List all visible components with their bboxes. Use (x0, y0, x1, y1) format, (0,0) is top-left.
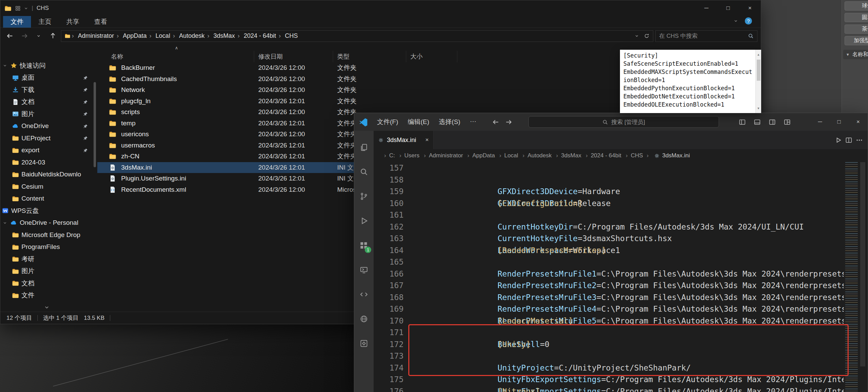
sidebar-item[interactable]: 图片 (0, 108, 97, 120)
sort-ascending-icon[interactable]: ∧ (175, 45, 178, 50)
max-primitive-button[interactable]: 圆环 (845, 13, 868, 22)
live-share-globe-icon[interactable] (354, 307, 374, 331)
up-button[interactable] (47, 30, 59, 42)
forward-button[interactable] (18, 30, 30, 42)
breadcrumb-item[interactable]: CHS (277, 32, 299, 40)
quick-access-toolbar-icon[interactable] (15, 5, 21, 11)
sidebar-item[interactable]: 文档 (0, 277, 97, 289)
breadcrumb-item[interactable]: C: (380, 152, 396, 159)
menu-item[interactable]: 文件(F) (373, 116, 403, 128)
sidebar-item[interactable]: 下载 (0, 84, 97, 96)
expander-chevron-icon[interactable] (2, 221, 8, 225)
nav-forward-icon[interactable] (505, 119, 512, 126)
minimap[interactable] (845, 162, 858, 392)
search-input[interactable]: 在 CHS 中搜索 (655, 30, 757, 42)
recent-locations-chevron-icon[interactable] (32, 30, 45, 42)
explorer-view-icon[interactable] (354, 135, 374, 159)
maximize-button[interactable]: □ (717, 0, 739, 16)
max-primitive-button[interactable]: 球体 (845, 1, 868, 11)
sidebar-scrollbar[interactable] (93, 60, 96, 297)
editor-scrollbar[interactable] (858, 162, 868, 392)
close-button[interactable]: × (739, 0, 761, 16)
toggle-secondary-sidebar-icon[interactable] (765, 116, 779, 128)
max-primitive-button[interactable]: 加强型文本 (845, 36, 868, 45)
code-runner-icon[interactable] (354, 282, 374, 307)
breadcrumb-item[interactable]: AppData (464, 152, 496, 159)
settings-extension-icon[interactable] (354, 331, 374, 356)
explorer-titlebar[interactable]: | CHS ─ □ × (0, 0, 761, 16)
run-file-icon[interactable] (835, 137, 842, 144)
breadcrumb-item[interactable]: Local (495, 152, 519, 159)
sidebar-item[interactable]: UEProject (0, 132, 97, 144)
sidebar-item[interactable]: 快速访问 (0, 60, 97, 72)
preview-scrollbar-thumb[interactable] (757, 60, 760, 81)
sidebar-item[interactable]: Microsoft Edge Drop (0, 229, 97, 241)
minimize-button[interactable]: ─ (810, 113, 830, 131)
breadcrumb-item[interactable]: Users (396, 152, 420, 159)
maximize-button[interactable]: □ (830, 113, 849, 131)
column-header-type[interactable]: 类型 (333, 51, 406, 62)
sidebar-item[interactable]: 图片 (0, 265, 97, 278)
sidebar-item[interactable]: BaiduNetdiskDownlo (0, 169, 97, 181)
ribbon-collapse-chevron-icon[interactable] (734, 19, 738, 23)
column-header-date[interactable]: 修改日期 (254, 51, 333, 62)
column-header-name[interactable]: 名称 (97, 51, 254, 62)
breadcrumb-item[interactable]: Administrator (70, 32, 115, 40)
breadcrumb-item[interactable]: 3dsMax (552, 152, 582, 159)
refresh-icon[interactable] (644, 33, 650, 39)
sidebar-item[interactable]: 文档 (0, 96, 97, 108)
sidebar-item[interactable]: OneDrive - Personal (0, 217, 97, 229)
more-actions-icon[interactable] (856, 137, 863, 144)
breadcrumb-item[interactable]: 3dsMax (206, 32, 236, 40)
sidebar-item[interactable]: 桌面 (0, 72, 97, 84)
expander-chevron-icon[interactable] (2, 63, 8, 68)
sidebar-item[interactable]: 2024-03 (0, 156, 97, 169)
remote-explorer-icon[interactable] (354, 257, 374, 282)
max-rollout-header[interactable]: ▼ 名称和颜色 (843, 50, 868, 59)
scrollbar-down-icon[interactable]: ▼ (757, 104, 759, 112)
menu-item[interactable]: ··· (465, 116, 481, 128)
breadcrumb-item[interactable]: 2024 - 64bit (582, 152, 622, 159)
breadcrumb-item[interactable]: AppData (115, 32, 148, 40)
split-editor-icon[interactable] (845, 137, 852, 144)
sidebar-item[interactable]: Cesium (0, 181, 97, 193)
toggle-panel-icon[interactable] (750, 116, 764, 128)
minimize-button[interactable]: ─ (695, 0, 717, 16)
max-primitive-button[interactable]: 茶壶 (845, 25, 868, 34)
command-center-search[interactable]: 搜索 [管理员] (528, 116, 719, 128)
breadcrumb-file[interactable]: 3dsMax.ini (644, 152, 690, 159)
sidebar-item[interactable]: OneDrive (0, 120, 97, 132)
editor-scrollbar-thumb[interactable] (860, 162, 865, 366)
breadcrumb-item[interactable]: Local (148, 32, 171, 40)
extensions-icon[interactable]: 1 (354, 233, 374, 257)
close-button[interactable]: × (849, 113, 868, 131)
tab-close-icon[interactable]: × (425, 137, 429, 143)
scrollbar-up-icon[interactable]: ▲ (757, 50, 759, 59)
code-editor[interactable]: 157 GFXDirect3DDevice=Hardware 158 (374, 162, 868, 392)
ribbon-tab[interactable]: 文件 (3, 16, 31, 28)
sidebar-overflow-chevron-icon[interactable] (44, 304, 50, 310)
sidebar-item[interactable]: Content (0, 193, 97, 205)
ribbon-tab[interactable]: 主页 (31, 16, 59, 28)
address-input[interactable]: Administrator AppData Local Autodesk 3ds… (61, 30, 653, 42)
breadcrumb-item[interactable]: Autodesk (519, 152, 553, 159)
qat-chevron-down-icon[interactable] (24, 6, 28, 11)
menu-item[interactable]: 编辑(E) (403, 116, 433, 128)
address-dropdown-chevron-icon[interactable] (635, 34, 639, 38)
breadcrumb-item[interactable]: Administrator (420, 152, 464, 159)
toggle-sidebar-icon[interactable] (735, 116, 749, 128)
breadcrumb-item[interactable]: 2024 - 64bit (236, 32, 277, 40)
sidebar-item[interactable]: ProgramFiles (0, 241, 97, 253)
max-viewport[interactable] (0, 324, 354, 392)
customize-layout-icon[interactable] (780, 116, 794, 128)
ribbon-tab[interactable]: 共享 (59, 16, 87, 28)
vscode-titlebar[interactable]: 文件(F) 编辑(E) 选择(S) ··· 搜索 [管理员] (354, 113, 868, 131)
run-debug-icon[interactable] (354, 208, 374, 233)
menu-item[interactable]: 选择(S) (435, 116, 465, 128)
sidebar-item[interactable]: WPS云盘 (0, 205, 97, 217)
nav-back-icon[interactable] (492, 119, 499, 126)
sidebar-item[interactable]: export (0, 144, 97, 157)
column-header-size[interactable]: 大小 (406, 51, 457, 62)
help-icon[interactable]: ? (745, 17, 752, 25)
preview-scrollbar[interactable]: ▲ ▼ (755, 50, 761, 113)
